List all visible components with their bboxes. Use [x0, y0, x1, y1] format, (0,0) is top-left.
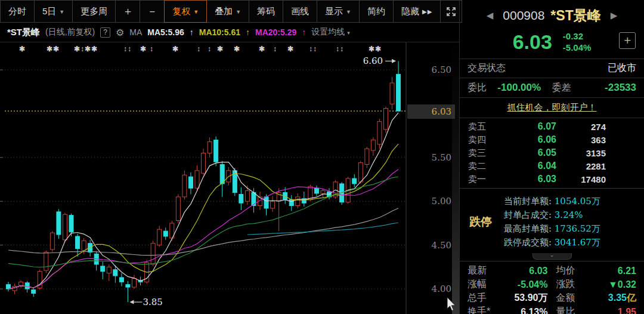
price-change-percent: -5.04%	[563, 42, 592, 53]
stat-label: 涨幅	[467, 278, 504, 291]
stock-name: *ST景峰	[550, 7, 600, 25]
prev-stock-arrow-icon[interactable]: ◀	[487, 10, 494, 21]
event-marker-icon: ✱	[259, 45, 265, 53]
ma5-value: MA5:5.96	[147, 27, 184, 37]
ad-row: 抓住机会，即刻开户！	[460, 98, 644, 118]
stat-value: 6.03	[504, 266, 548, 276]
stat-label: 最新	[467, 264, 504, 277]
next-stock-arrow-icon[interactable]: ▶	[611, 10, 618, 21]
event-marker-icon: ↕	[208, 45, 212, 53]
ask-queue: 卖五6.07274 卖四6.06363 卖三6.053135 卖二6.04228…	[460, 118, 644, 189]
stat-value: 6.13%	[504, 307, 548, 314]
limit-stat-row: 当前封单额: 1054.05万	[504, 196, 600, 207]
simple-mode-button[interactable]: 简约	[359, 0, 394, 23]
stats-grid: 最新 6.03 均价 6.21 涨幅 -5.04% 涨跌 ▼0.32 总手 53…	[460, 261, 644, 314]
commission-ratio-row: 委比 -100.00% 委差 -23533	[460, 78, 644, 98]
open-account-link[interactable]: 抓住机会，即刻开户！	[507, 102, 597, 113]
chevron-down-icon: ▼	[59, 9, 64, 15]
price-axis-label: 5.00	[411, 196, 451, 207]
event-marker-icon: ✱↕✱✱	[74, 45, 98, 53]
event-marker-icon: ✱	[19, 45, 26, 53]
stat-label: 量比	[556, 306, 593, 314]
last-price: 6.03	[513, 30, 552, 54]
stat-label: 金额	[556, 292, 593, 304]
zoom-out-button[interactable]: －	[140, 0, 165, 23]
limit-down-panel: 跌停 当前封单额: 1054.05万 封单占成交: 3.24% 最高封单额: 1…	[460, 189, 644, 253]
ma-prefix-label: MA	[129, 27, 142, 37]
chevron-down-icon: ▾	[347, 30, 350, 36]
up-arrow-icon: ↑	[246, 27, 250, 37]
trading-status-row: 交易状态 已收市	[460, 59, 644, 78]
ask-row-4[interactable]: 卖四6.06363	[468, 133, 636, 146]
limit-stat-row: 封单占成交: 3.24%	[504, 210, 600, 221]
up-arrow-icon: ↑	[190, 27, 194, 37]
chart-period-label: (日线,前复权)	[45, 27, 95, 38]
mouse-cursor	[447, 297, 457, 313]
trading-status-label: 交易状态	[467, 62, 506, 75]
minus-icon: －	[147, 4, 157, 19]
chevron-down-icon: ▼	[193, 9, 199, 15]
price-axis-label: 4.50	[411, 240, 451, 251]
zoom-in-button[interactable]: ＋	[115, 0, 140, 23]
help-icon[interactable]: ?	[100, 27, 110, 38]
limit-down-label: 跌停	[469, 214, 504, 230]
event-marker-icon: ↕	[197, 45, 201, 53]
price-axis-label: 4.00	[411, 284, 451, 294]
ask-row-5[interactable]: 卖五6.07274	[468, 120, 636, 133]
up-arrow-icon: ↑	[302, 27, 306, 37]
stock-code: 000908	[503, 8, 544, 23]
add-to-watchlist-button[interactable]: ＋	[619, 32, 636, 49]
weibi-label: 委比	[467, 82, 487, 94]
trading-status-value: 已收市	[608, 62, 636, 75]
event-marker-icon: ✱	[287, 45, 294, 53]
adjust-mode-button[interactable]: 复权▼	[164, 0, 207, 23]
event-marker-icon: ↕↕	[309, 45, 317, 53]
event-marker-icon: ↕	[150, 45, 154, 53]
event-marker-icon: ✱	[140, 45, 147, 53]
stock-header: ◀ 000908 *ST景峰 ▶	[460, 0, 644, 25]
tab-minute-chart[interactable]: 分时	[0, 0, 35, 23]
chevron-down-icon: ▼	[236, 9, 241, 15]
price-header: 6.03 -0.32 -5.04% ＋	[460, 25, 644, 59]
svg-text:3.85: 3.85	[143, 297, 162, 307]
overlay-button[interactable]: 叠加▼	[206, 0, 249, 23]
chip-distribution-button[interactable]: 筹码	[249, 0, 283, 23]
tab-5day-chart[interactable]: 5日▼	[34, 0, 73, 23]
chevron-down-icon: ▼	[346, 9, 351, 15]
event-marker-icon: ✱	[172, 45, 179, 53]
event-marker-icon: ↕↕	[123, 45, 132, 53]
ask-row-1[interactable]: 卖一6.0317480	[468, 173, 636, 186]
stat-label: 均价	[556, 264, 593, 277]
price-axis-label: 5.50	[411, 152, 451, 163]
svg-text:6.60: 6.60	[363, 56, 383, 66]
stat-label: 涨跌	[556, 278, 593, 291]
price-axis-label: 6.50	[411, 64, 451, 75]
gear-icon[interactable]: ⚙	[116, 27, 124, 38]
ask-row-2[interactable]: 卖二6.042281	[468, 159, 636, 173]
event-marker-icon: ✱✱	[369, 45, 382, 53]
hide-button[interactable]: 隐藏▶▶	[393, 0, 441, 23]
chart-scroll-strip[interactable]	[452, 42, 459, 314]
stat-value: ▼0.32	[593, 279, 637, 290]
stat-value: 53.90万	[504, 292, 548, 304]
stat-value: 1.95	[593, 307, 637, 314]
ma10-value: MA10:5.61	[199, 27, 240, 37]
event-marker-icon: ↕↕	[336, 45, 344, 53]
candlestick-plot: 6.603.85	[0, 42, 459, 314]
kline-chart[interactable]: 6.603.85 ✱✱✱✱↕✱✱↕↕✱↕✱↕↕✱✱✱↕✱↕↕↕↕✱✱6.505.…	[0, 42, 459, 314]
stat-value: -5.04%	[504, 279, 548, 290]
ma20-value: MA20:5.29	[255, 27, 296, 37]
ask-row-3[interactable]: 卖三6.053135	[468, 146, 636, 159]
weibi-value: -100.00%	[487, 82, 552, 94]
event-marker-icon: ✱✱	[47, 45, 60, 53]
chevron-down-icon: ⌄	[550, 253, 555, 257]
chart-toolbar: 分时 5日▼ 更多周 ＋ － 复权▼ 叠加▼ 筹码 画线 显示▼ 简约 隐藏▶▶	[0, 0, 459, 23]
event-marker-icon: ✱	[234, 45, 240, 53]
collapse-panel-tab[interactable]: ⌄	[532, 253, 572, 260]
quote-panel: ◀ 000908 *ST景峰 ▶ 6.03 -0.32 -5.04% ＋ 交易状…	[459, 0, 644, 314]
ma-settings-button[interactable]: 设置均线 ▾	[311, 27, 349, 38]
more-periods-button[interactable]: 更多周	[72, 0, 116, 23]
draw-line-button[interactable]: 画线	[283, 0, 317, 23]
display-button[interactable]: 显示▼	[317, 0, 360, 23]
limit-stat-row: 跌停成交额: 3041.67万	[504, 237, 600, 248]
